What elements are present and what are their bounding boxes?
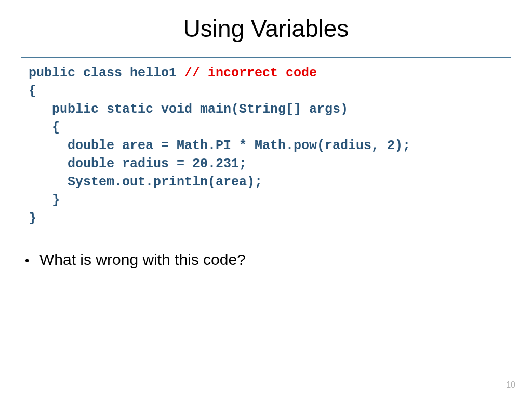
- code-line-6: double radius = 20.231;: [29, 156, 247, 171]
- code-line-8: }: [29, 193, 60, 208]
- code-line-9: }: [29, 211, 36, 226]
- code-line-2: {: [29, 84, 36, 99]
- code-line-1a: public class hello1: [29, 65, 184, 81]
- page-number: 10: [506, 380, 515, 390]
- code-line-3: public static void main(String[] args): [29, 102, 348, 117]
- code-block: public class hello1 // incorrect code { …: [21, 57, 511, 234]
- code-comment: // incorrect code: [184, 65, 317, 81]
- code-line-7: System.out.println(area);: [29, 175, 262, 190]
- slide-title: Using Variables: [0, 0, 532, 57]
- code-line-4: {: [29, 120, 60, 135]
- bullet-text: What is wrong with this code?: [39, 251, 246, 269]
- bullet-marker: •: [25, 254, 39, 269]
- bullet-list: • What is wrong with this code?: [25, 251, 511, 269]
- bullet-item: • What is wrong with this code?: [25, 251, 511, 269]
- code-line-5: double area = Math.PI * Math.pow(radius,…: [29, 138, 410, 153]
